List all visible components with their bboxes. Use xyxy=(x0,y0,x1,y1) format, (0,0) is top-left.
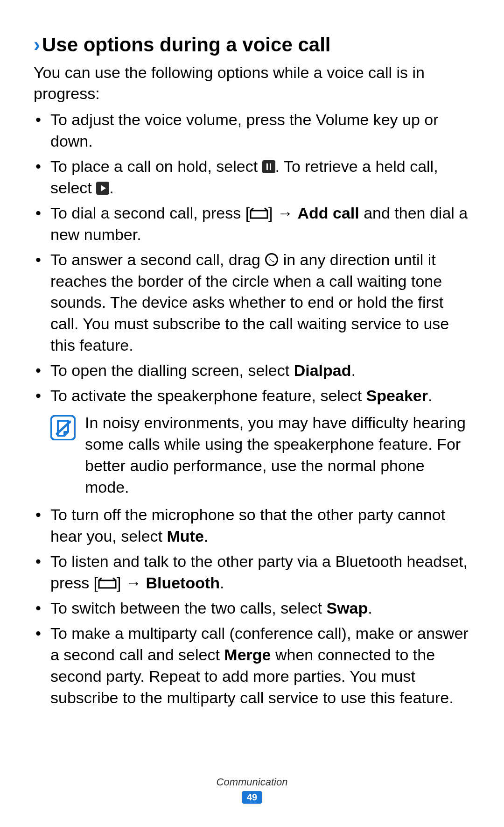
text-part: To place a call on hold, select xyxy=(50,157,262,175)
options-list-2: To turn off the microphone so that the o… xyxy=(34,504,470,708)
bullet-swap: To switch between the two calls, select … xyxy=(50,598,470,619)
svg-rect-2 xyxy=(270,163,271,170)
text-part: . xyxy=(351,361,355,379)
text-part: ] → xyxy=(268,204,297,222)
section-heading: ›Use options during a voice call xyxy=(34,33,470,57)
pause-icon xyxy=(262,160,275,173)
text-part: To open the dialling screen, select xyxy=(50,361,294,379)
bullet-second-call: To dial a second call, press [] → Add ca… xyxy=(50,203,470,246)
text-part: . xyxy=(109,179,113,197)
svg-rect-12 xyxy=(99,580,116,588)
options-list-1: To adjust the voice volume, press the Vo… xyxy=(34,109,470,407)
svg-rect-5 xyxy=(251,211,267,218)
bold-dialpad: Dialpad xyxy=(294,361,351,379)
note-block: In noisy environments, you may have diff… xyxy=(50,412,470,498)
bullet-answer-second: To answer a second call, drag in any dir… xyxy=(50,249,470,356)
footer-section-label: Communication xyxy=(0,776,504,788)
bold-merge: Merge xyxy=(224,646,271,664)
bold-add-call: Add call xyxy=(297,204,359,222)
svg-point-9 xyxy=(266,254,277,265)
call-circle-icon xyxy=(265,253,279,267)
svg-rect-1 xyxy=(266,163,268,170)
text-part: To activate the speakerphone feature, se… xyxy=(50,387,366,404)
text-part: . xyxy=(220,574,224,592)
text-part: To answer a second call, drag xyxy=(50,251,265,269)
bold-swap: Swap xyxy=(327,599,368,617)
play-icon xyxy=(96,182,109,195)
note-icon xyxy=(50,415,76,442)
text-part: To turn off the microphone so that the o… xyxy=(50,506,445,545)
bold-bluetooth: Bluetooth xyxy=(146,574,220,592)
bullet-bluetooth: To listen and talk to the other party vi… xyxy=(50,551,470,594)
intro-text: You can use the following options while … xyxy=(34,62,470,105)
bullet-speaker: To activate the speakerphone feature, se… xyxy=(50,385,470,407)
bullet-volume: To adjust the voice volume, press the Vo… xyxy=(50,109,470,152)
bold-mute: Mute xyxy=(167,527,203,545)
text-part: . xyxy=(428,387,432,404)
page-number-badge: 49 xyxy=(242,791,262,804)
menu-key-icon xyxy=(98,578,117,590)
svg-rect-0 xyxy=(262,160,275,173)
text-part: . xyxy=(204,527,208,545)
page-footer: Communication 49 xyxy=(0,776,504,804)
bold-speaker: Speaker xyxy=(366,387,428,404)
manual-page: ›Use options during a voice call You can… xyxy=(0,0,504,708)
text-part: . xyxy=(368,599,372,617)
text-part: ] → xyxy=(117,574,146,592)
bullet-merge: To make a multiparty call (conference ca… xyxy=(50,623,470,709)
bullet-mute: To turn off the microphone so that the o… xyxy=(50,504,470,547)
text-part: To switch between the two calls, select xyxy=(50,599,327,617)
menu-key-icon xyxy=(250,208,268,220)
note-text: In noisy environments, you may have diff… xyxy=(85,412,470,498)
chevron-icon: › xyxy=(34,34,40,56)
text-part: To dial a second call, press [ xyxy=(50,204,250,222)
bullet-dialpad: To open the dialling screen, select Dial… xyxy=(50,360,470,382)
bullet-hold: To place a call on hold, select . To ret… xyxy=(50,156,470,199)
heading-title: Use options during a voice call xyxy=(42,34,330,56)
